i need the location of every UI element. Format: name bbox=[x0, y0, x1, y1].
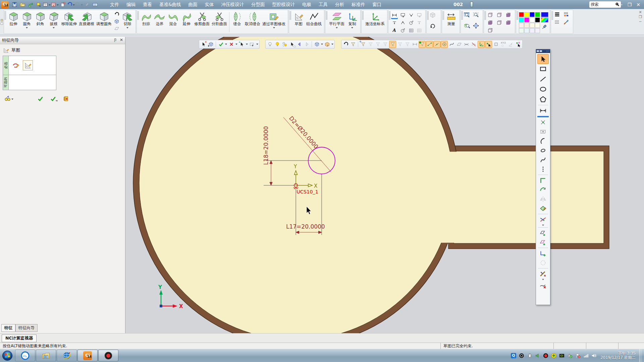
taskbar-clock[interactable]: 下午 3:35 2019/12/17 星期二 bbox=[601, 351, 636, 360]
preview-glasses-button[interactable] bbox=[3, 95, 11, 102]
draft-button[interactable]: 拔模 bbox=[47, 11, 60, 29]
filter-flat-button[interactable] bbox=[396, 41, 404, 48]
window-layout-button[interactable]: HH bbox=[43, 1, 51, 8]
nc-monitor-tab[interactable]: NC计算监视器 bbox=[2, 335, 37, 342]
reject-pencil-button[interactable] bbox=[228, 41, 235, 48]
eyedropper-icon[interactable] bbox=[541, 23, 548, 31]
display-shaded-button[interactable] bbox=[505, 12, 512, 18]
mirror-tool[interactable] bbox=[537, 194, 549, 204]
render-window-button[interactable] bbox=[51, 1, 59, 8]
swatch-black[interactable] bbox=[535, 17, 540, 22]
trim-surface-button[interactable]: 修剪曲面 bbox=[193, 11, 211, 26]
swatch-pastel-7[interactable] bbox=[530, 28, 535, 33]
menu-stamping-die[interactable]: 冲压模设计 bbox=[218, 0, 248, 9]
swatch-pastel-4[interactable] bbox=[535, 23, 540, 28]
snap-center-button[interactable] bbox=[441, 41, 448, 48]
dim-leader-button[interactable] bbox=[399, 27, 406, 34]
snap-plane-button[interactable] bbox=[455, 41, 463, 48]
accept-caret[interactable] bbox=[225, 44, 227, 45]
boundary-button[interactable]: 边界 bbox=[153, 11, 166, 26]
dim-symbol-button[interactable] bbox=[399, 19, 406, 26]
doc-minimize-icon[interactable]: ─ bbox=[639, 20, 642, 24]
sketch-plane-step-icon[interactable] bbox=[23, 60, 33, 70]
display-wireframe-button[interactable] bbox=[487, 12, 493, 18]
centerline-tool[interactable] bbox=[537, 165, 549, 174]
dimension-tool[interactable] bbox=[537, 106, 549, 116]
dim-table-button[interactable] bbox=[408, 27, 415, 34]
tray-mouse-icon[interactable] bbox=[527, 353, 533, 358]
display-section-button[interactable] bbox=[487, 27, 493, 34]
paste-special-button[interactable] bbox=[59, 1, 67, 8]
snap-intersection-button[interactable] bbox=[463, 41, 470, 48]
view-cube-button[interactable] bbox=[313, 41, 320, 48]
start-button[interactable] bbox=[0, 349, 15, 362]
dim-angular-button[interactable] bbox=[408, 12, 415, 18]
line-color-button[interactable] bbox=[563, 11, 570, 17]
menu-file[interactable]: 文件 bbox=[106, 0, 123, 9]
arc-tool[interactable] bbox=[537, 136, 549, 146]
add-select-caret[interactable] bbox=[246, 44, 248, 45]
dim-move-button[interactable] bbox=[416, 19, 423, 26]
app-logo-ci14-icon[interactable]: Ci14 bbox=[1, 1, 8, 8]
snap-xyz-button[interactable]: XYZ ○ bbox=[500, 41, 507, 48]
direct-edit-box-button[interactable] bbox=[113, 25, 120, 32]
marquee-caret[interactable] bbox=[256, 44, 258, 45]
show-bulb-button[interactable] bbox=[274, 41, 281, 48]
display-hidden-edges-button[interactable] bbox=[496, 12, 502, 18]
undo-button[interactable] bbox=[67, 1, 75, 8]
dim-ordinate-button[interactable] bbox=[399, 12, 406, 18]
search-input[interactable]: 搜索 🔍︎ bbox=[589, 1, 621, 8]
tray-network-signal-icon[interactable] bbox=[583, 353, 589, 358]
construction-tools-button[interactable] bbox=[537, 269, 549, 279]
snap-free-point-button[interactable]: ● bbox=[419, 41, 426, 48]
select-on-cube-caret[interactable] bbox=[331, 44, 333, 45]
small-ellipse-tool[interactable] bbox=[537, 146, 549, 155]
line-tool[interactable] bbox=[537, 74, 549, 84]
swatch-pastel-6[interactable] bbox=[524, 28, 529, 33]
filter-solid-button[interactable] bbox=[350, 41, 357, 48]
direct-modeling-button[interactable]: 直接建模 bbox=[78, 11, 95, 26]
menu-view[interactable]: 查看 bbox=[139, 0, 156, 9]
cancel-button[interactable] bbox=[62, 95, 70, 102]
direct-edit-rotate-button[interactable] bbox=[113, 11, 120, 18]
taskbar-file-explorer[interactable] bbox=[36, 350, 56, 361]
toolbar-edge-handle[interactable] bbox=[0, 10, 3, 34]
tray-safety-plus-icon[interactable] bbox=[551, 353, 557, 358]
extend-surface-button[interactable]: 延伸 bbox=[180, 11, 193, 26]
view-back-button[interactable] bbox=[296, 41, 303, 48]
sweep-button[interactable]: 扫掠 bbox=[140, 11, 153, 26]
spline-tool[interactable] bbox=[537, 155, 549, 165]
select-by-box-button[interactable] bbox=[207, 41, 214, 48]
extrude-button[interactable]: 拉伸 bbox=[7, 11, 20, 26]
swatch-magenta[interactable] bbox=[524, 17, 529, 22]
menu-cavity-die[interactable]: 型腔模设计 bbox=[269, 0, 299, 9]
menu-datum-curve[interactable]: 基准&曲线 bbox=[156, 0, 185, 9]
menu-tools[interactable]: 工具 bbox=[315, 0, 331, 9]
tray-nvidia-icon[interactable] bbox=[559, 353, 565, 358]
construction-circle-tool[interactable] bbox=[537, 258, 549, 267]
blend-button[interactable]: 混合 bbox=[166, 11, 180, 26]
menu-surface[interactable]: 曲面 bbox=[185, 0, 201, 9]
dim-radius-button[interactable] bbox=[408, 19, 415, 26]
cut-button[interactable]: 切除 bbox=[121, 11, 134, 29]
zoom-extent-button[interactable] bbox=[473, 12, 479, 18]
fillet-button[interactable]: 圆角 bbox=[20, 11, 34, 29]
dimension-l17[interactable]: L17=20.0000 bbox=[286, 223, 325, 230]
swatch-red[interactable] bbox=[519, 12, 524, 17]
snap-off-button[interactable] bbox=[470, 41, 477, 48]
line-width-button[interactable] bbox=[554, 11, 560, 17]
sketch-viewport[interactable]: L18=20.0000 D2=Ø20.0000 L17=20.0000 Y X bbox=[126, 37, 644, 333]
display-half-button[interactable] bbox=[505, 19, 512, 26]
adjust-fillet-button[interactable]: 调整圆角 bbox=[95, 11, 113, 26]
tray-usb-icon[interactable] bbox=[567, 353, 573, 358]
panel-close-icon[interactable]: ✕ bbox=[120, 38, 123, 43]
dimension-l18[interactable]: L18=20.0000 bbox=[263, 126, 269, 165]
doc-close-icon[interactable]: ✕ bbox=[639, 10, 642, 14]
hide-bulb-button[interactable] bbox=[266, 41, 273, 48]
menu-parting-surface[interactable]: 分型面 bbox=[248, 0, 269, 9]
construction-caret[interactable] bbox=[542, 279, 544, 280]
snap-grid-button[interactable] bbox=[492, 41, 499, 48]
split-surface-button[interactable]: 分割曲面 bbox=[211, 11, 228, 26]
view-cube-caret[interactable] bbox=[321, 44, 323, 45]
filter-dim-button[interactable] bbox=[382, 41, 389, 48]
